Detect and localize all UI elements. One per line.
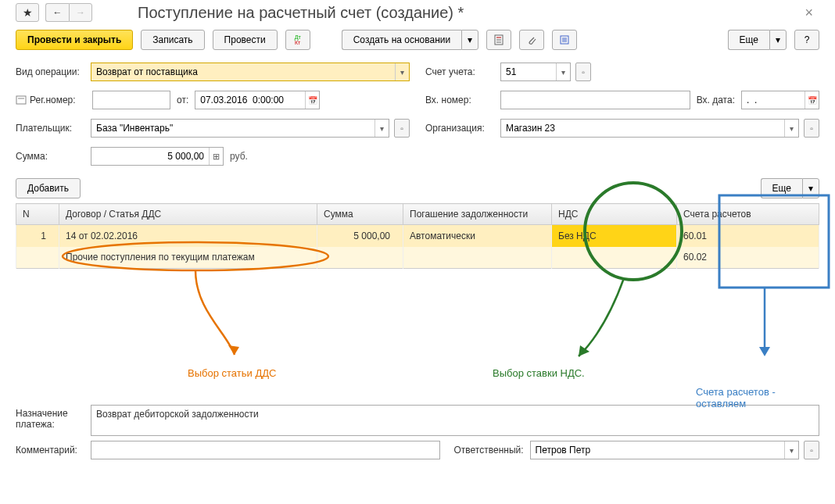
- calc-icon[interactable]: [209, 148, 223, 165]
- close-button[interactable]: ×: [798, 5, 819, 21]
- table-row[interactable]: 1 14 от 02.02.2016 5 000,00 Автоматическ…: [16, 225, 819, 247]
- cell-dds[interactable]: Прочие поступления по текущим платежам: [59, 247, 317, 269]
- payer-dropdown-icon[interactable]: ▾: [374, 120, 389, 137]
- cell-sum[interactable]: 5 000,00: [317, 225, 403, 247]
- home-button[interactable]: ★: [16, 3, 39, 22]
- help-button[interactable]: ?: [794, 30, 819, 50]
- account-label: Счет учета:: [425, 66, 494, 77]
- resp-dropdown-icon[interactable]: ▾: [784, 441, 798, 459]
- col-contract[interactable]: Договор / Статья ДДС: [59, 204, 317, 225]
- create-based-button[interactable]: Создать на основании: [342, 30, 462, 50]
- list-icon-button[interactable]: [552, 30, 577, 50]
- payer-open-icon[interactable]: ▫: [394, 119, 410, 138]
- resp-input[interactable]: [531, 441, 784, 459]
- save-button[interactable]: Записать: [141, 30, 204, 50]
- svg-rect-8: [16, 96, 26, 104]
- innum-input[interactable]: [501, 91, 690, 109]
- cell-acc[interactable]: 60.01: [677, 225, 819, 247]
- cell-acc2[interactable]: 60.02: [677, 247, 819, 269]
- svg-marker-11: [228, 345, 239, 355]
- col-vat[interactable]: НДС: [552, 204, 677, 225]
- purpose-input[interactable]: Возврат дебиторской задолженности: [91, 405, 819, 436]
- regnum-input[interactable]: [93, 91, 170, 109]
- annotation-dds: Выбор статьи ДДС: [188, 367, 276, 379]
- org-open-icon[interactable]: ▫: [804, 119, 819, 138]
- col-sum[interactable]: Сумма: [317, 204, 403, 225]
- more-dropdown[interactable]: ▾: [769, 30, 787, 50]
- resp-open-icon[interactable]: ▫: [804, 441, 819, 459]
- table-more-button[interactable]: Еще: [761, 178, 802, 198]
- sum-input[interactable]: [91, 148, 209, 165]
- create-based-dropdown[interactable]: ▾: [461, 30, 478, 50]
- indate-cal-icon[interactable]: [805, 91, 819, 109]
- col-accounts[interactable]: Счета расчетов: [677, 204, 819, 225]
- org-label: Организация:: [425, 123, 494, 134]
- org-dropdown-icon[interactable]: ▾: [784, 120, 798, 137]
- account-open-icon[interactable]: ▫: [575, 63, 591, 81]
- purpose-label: Назначение платежа:: [16, 405, 84, 430]
- page-title: Поступление на расчетный счет (создание)…: [138, 4, 464, 22]
- post-button[interactable]: Провести: [213, 30, 278, 50]
- nav-forward-button[interactable]: →: [69, 3, 92, 22]
- op-type-label: Вид операции:: [16, 66, 84, 77]
- svg-marker-15: [759, 347, 770, 356]
- account-input[interactable]: [501, 63, 556, 80]
- col-debt[interactable]: Погашение задолженности: [403, 204, 552, 225]
- payer-label: Плательщик:: [16, 123, 84, 134]
- cell-n: 1: [16, 225, 59, 247]
- sum-label: Сумма:: [16, 151, 84, 162]
- indate-input[interactable]: [742, 91, 805, 109]
- from-date-input[interactable]: [195, 91, 305, 109]
- cell-debt[interactable]: Автоматически: [403, 225, 552, 247]
- annotation-acc: Счета расчетов - оставляем: [696, 386, 804, 409]
- attach-icon-button[interactable]: [519, 30, 544, 50]
- innum-label: Вх. номер:: [425, 95, 494, 105]
- account-dropdown-icon[interactable]: ▾: [556, 63, 570, 80]
- table-more-dropdown[interactable]: ▾: [802, 178, 819, 198]
- report-icon-button[interactable]: [486, 30, 511, 50]
- svg-marker-13: [579, 345, 590, 356]
- comment-input[interactable]: [91, 441, 439, 459]
- indate-label: Вх. дата:: [697, 95, 735, 105]
- add-row-button[interactable]: Добавить: [16, 178, 81, 198]
- cell-contract[interactable]: 14 от 02.02.2016: [59, 225, 317, 247]
- org-input[interactable]: [501, 120, 784, 137]
- nav-back-button[interactable]: ←: [45, 3, 69, 22]
- cell-vat[interactable]: Без НДС: [552, 225, 677, 247]
- post-close-button[interactable]: Провести и закрыть: [16, 30, 133, 50]
- currency-label: руб.: [230, 151, 248, 162]
- payer-input[interactable]: [91, 120, 374, 137]
- from-label: от:: [177, 95, 188, 105]
- calendar-icon[interactable]: [305, 91, 319, 109]
- op-type-dropdown-icon[interactable]: ▾: [395, 63, 409, 80]
- regnum-label: Рег.номер:: [30, 95, 86, 105]
- dtkt-button[interactable]: ДтКт: [285, 30, 310, 50]
- resp-label: Ответственный:: [454, 445, 524, 456]
- comment-label: Комментарий:: [16, 445, 84, 456]
- col-n[interactable]: N: [16, 204, 59, 225]
- annotation-vat: Выбор ставки НДС.: [493, 367, 585, 379]
- table-row[interactable]: Прочие поступления по текущим платежам 6…: [16, 247, 819, 269]
- op-type-input[interactable]: [91, 63, 395, 80]
- more-button[interactable]: Еще: [728, 30, 769, 50]
